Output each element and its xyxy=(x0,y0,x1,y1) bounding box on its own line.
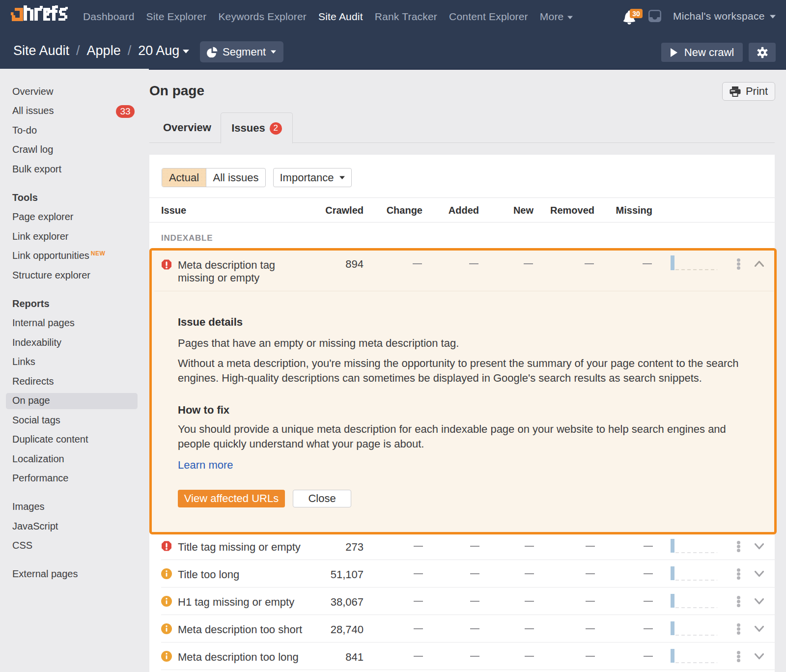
svg-text:30: 30 xyxy=(632,10,640,18)
